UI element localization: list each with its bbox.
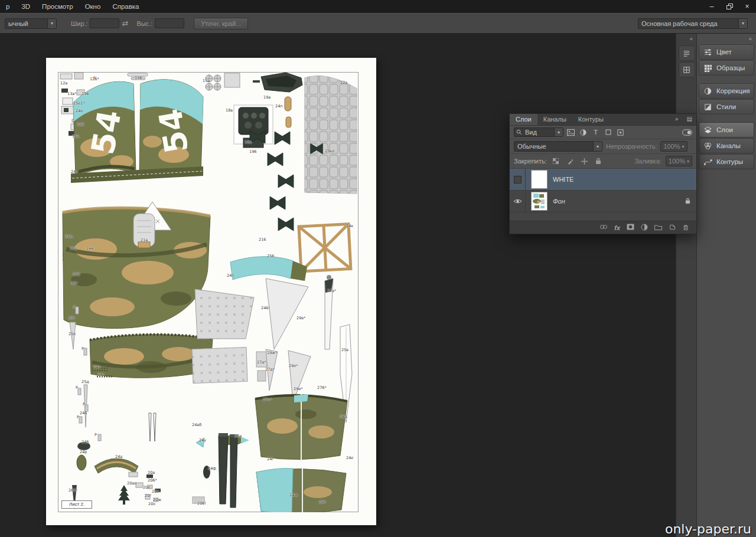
skirt-upper (255, 394, 347, 461)
small-parts-bottom (94, 413, 249, 507)
tan-frame (299, 224, 351, 271)
panel-button-label: Образцы (716, 64, 745, 71)
layers-list: WHITE (510, 169, 696, 221)
workspace-value: Основная рабочая среда (638, 20, 738, 27)
panel-button-label: Контуры (716, 158, 743, 165)
panel-menu-icon[interactable]: ▤ (683, 114, 696, 125)
layer-name[interactable]: WHITE (553, 176, 696, 183)
watermark: only-paper.ru (665, 522, 751, 536)
tool-preset-dropdown[interactable]: ычный ▾ (5, 18, 57, 29)
color-sliders-icon (703, 48, 712, 57)
panel-button-layers[interactable]: Слои (699, 122, 754, 137)
adjustment-layer-icon[interactable] (641, 224, 648, 232)
lock-transparency-icon[interactable] (551, 156, 561, 166)
tab-channels[interactable]: Каналы (537, 114, 572, 125)
layer-filter-row: Вид ▾ T (510, 126, 696, 139)
panel-button-paths[interactable]: Контуры (699, 154, 754, 169)
lock-pixels-icon[interactable] (565, 156, 575, 166)
collapsed-panel-dock: « (676, 34, 697, 537)
lock-position-icon[interactable] (579, 156, 589, 166)
link-layers-icon[interactable] (599, 224, 608, 231)
wheel-parts (206, 73, 240, 90)
panel-button-channels[interactable]: Каналы (699, 138, 754, 153)
new-group-icon[interactable] (654, 224, 662, 231)
layer-row-background[interactable]: Фон (510, 191, 696, 212)
search-icon (516, 129, 522, 135)
menu-item-window[interactable]: Окно (79, 0, 107, 13)
restore-button[interactable] (721, 0, 738, 13)
layer-name[interactable]: Фон (553, 198, 685, 205)
opacity-label: Непрозрачность: (606, 143, 657, 150)
tab-paths[interactable]: Контуры (572, 114, 610, 125)
swap-dimensions-icon[interactable]: ⇄ (122, 19, 128, 28)
panel-button-label: Каналы (716, 142, 741, 149)
panel-button-dock: « Цвет Образцы (696, 34, 756, 537)
document-page[interactable]: ✳ (46, 58, 376, 525)
layer-lock-icon (685, 198, 690, 205)
filter-adjustment-layers-icon[interactable] (578, 127, 588, 137)
menu-bar: р 3D Просмотр Окно Справка – × (0, 0, 756, 14)
layers-panel: Слои Каналы Контуры » ▤ Вид ▾ T (509, 113, 697, 234)
filter-kind-value: Вид (522, 129, 554, 136)
filter-kind-dropdown[interactable]: Вид ▾ (514, 127, 563, 137)
width-input[interactable] (90, 18, 119, 28)
panel-collapse-icon[interactable]: » (671, 114, 683, 125)
restore-icon (726, 4, 733, 9)
tab-layers[interactable]: Слои (510, 114, 537, 125)
filter-type-layers-icon[interactable]: T (591, 127, 601, 137)
eye-icon[interactable] (513, 198, 522, 204)
panel-button-color[interactable]: Цвет (699, 44, 754, 60)
blend-mode-value: Обычные (514, 143, 593, 150)
layer-row-white[interactable]: WHITE (510, 169, 696, 191)
height-input[interactable] (155, 18, 184, 28)
blend-mode-dropdown[interactable]: Обычные ▾ (514, 141, 602, 152)
filter-shape-layers-icon[interactable] (603, 127, 613, 137)
visibility-cell (510, 191, 526, 212)
fuselage-numeral: 54 (84, 107, 128, 158)
chevron-down-icon: ▾ (738, 19, 747, 28)
collapsed-panel-button-b[interactable] (679, 62, 695, 77)
crosshatch-panels (192, 289, 267, 384)
layer-thumbnail-white[interactable] (531, 170, 548, 189)
channels-icon (703, 142, 712, 150)
new-layer-icon[interactable] (669, 224, 676, 232)
minimize-button[interactable]: – (703, 0, 721, 13)
delete-layer-icon[interactable] (682, 224, 689, 232)
collapse-dock-icon[interactable]: « (697, 34, 756, 44)
chevron-down-icon: ▾ (47, 19, 56, 28)
filter-smart-object-icon[interactable] (615, 127, 625, 137)
swatches-icon (703, 64, 712, 73)
paths-icon (703, 158, 712, 166)
opacity-value[interactable]: 100% ▾ (660, 141, 687, 152)
menu-item-truncated[interactable]: р (0, 0, 15, 13)
layer-thumbnail-background[interactable] (531, 192, 548, 211)
chevron-down-icon: ▾ (687, 159, 689, 164)
grid-panel-icon (682, 66, 691, 74)
lock-row: Закрепить: Заливка: 100% ▾ (510, 154, 696, 169)
close-button[interactable]: × (738, 0, 756, 13)
visibility-toggle[interactable] (514, 176, 522, 184)
quilted-panel (305, 76, 357, 194)
panel-button-adjustments[interactable]: Коррекция (699, 83, 754, 99)
lock-all-icon[interactable] (594, 156, 604, 166)
menu-item-view[interactable]: Просмотр (36, 0, 79, 13)
filter-pixel-layers-icon[interactable] (566, 127, 576, 137)
fuselage-left: 54 (73, 81, 136, 177)
panel-button-styles[interactable]: Стили (699, 99, 754, 114)
lock-label: Закрепить: (514, 158, 547, 165)
menu-item-help[interactable]: Справка (106, 0, 145, 13)
workspace-dropdown[interactable]: Основная рабочая среда ▾ (638, 18, 748, 29)
fill-value[interactable]: 100% ▾ (666, 156, 692, 166)
collapse-dock-icon[interactable]: « (676, 34, 697, 44)
fuselage-numeral: 54 (151, 106, 195, 156)
layer-mask-icon[interactable] (627, 224, 634, 231)
collapsed-panel-button-a[interactable] (679, 45, 695, 61)
menu-item-3d[interactable]: 3D (15, 0, 36, 13)
canvas-area[interactable]: ✳ (0, 34, 676, 537)
fill-label: Заливка: (634, 158, 661, 165)
layer-effects-icon[interactable]: fx (614, 224, 620, 231)
fuselage-right: 54 (139, 80, 203, 175)
refine-edge-button[interactable]: Уточн. край... (194, 18, 248, 30)
filter-toggle-icon[interactable] (682, 127, 692, 137)
panel-button-swatches[interactable]: Образцы (699, 60, 754, 76)
